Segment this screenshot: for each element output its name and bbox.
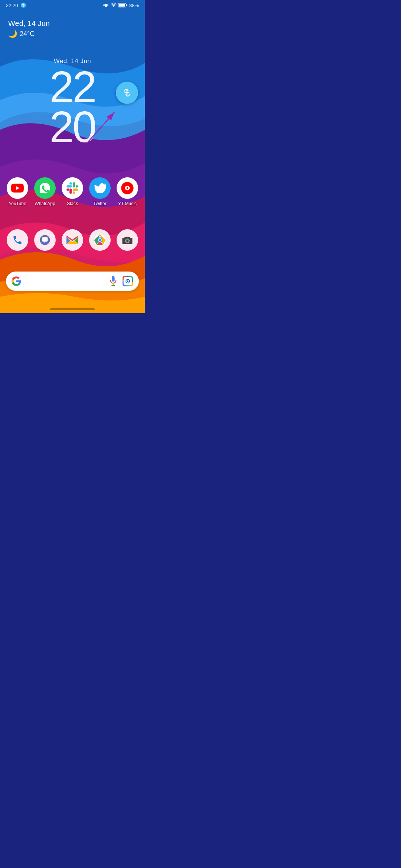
shazam-status-icon	[20, 2, 26, 8]
google-search-bar[interactable]	[6, 272, 139, 291]
wifi-icon	[111, 2, 117, 8]
battery-percent: 88%	[129, 3, 139, 8]
shazam-button[interactable]	[116, 82, 138, 104]
camera-logo	[122, 235, 133, 245]
chrome-icon-circle	[89, 229, 111, 251]
status-left: 22:20	[6, 2, 26, 8]
gmail-app[interactable]	[60, 229, 85, 251]
youtube-icon-circle	[7, 177, 28, 199]
gmail-logo	[66, 236, 78, 244]
svg-point-31	[127, 280, 128, 282]
chrome-app[interactable]	[87, 229, 113, 251]
messages-app[interactable]	[32, 229, 58, 251]
status-bar: 22:20 88%	[0, 0, 145, 10]
svg-rect-10	[126, 4, 127, 6]
ytmusic-logo	[120, 181, 134, 195]
vibrate-icon	[103, 2, 109, 8]
slack-app[interactable]: Slack	[60, 177, 85, 206]
phone-icon-circle	[7, 229, 28, 251]
svg-rect-11	[119, 4, 125, 7]
ytmusic-label: YT Music	[118, 201, 137, 206]
svg-rect-5	[107, 4, 107, 6]
app-row-2	[0, 229, 145, 251]
twitter-logo	[94, 183, 106, 193]
whatsapp-logo	[39, 182, 51, 194]
wallpaper	[0, 0, 145, 313]
phone-logo	[12, 235, 23, 245]
svg-point-17	[127, 187, 128, 189]
lens-icon	[123, 276, 133, 286]
slack-label: Slack	[67, 201, 78, 206]
whatsapp-icon-circle	[34, 177, 56, 199]
weather-icon: 🌙	[8, 29, 17, 38]
whatsapp-label: WhatsApp	[35, 201, 55, 206]
camera-icon-circle	[117, 229, 138, 251]
svg-rect-3	[105, 4, 107, 7]
time: 22:20	[6, 3, 18, 8]
slack-logo	[66, 182, 79, 194]
weather-row: 🌙 24°C	[8, 29, 50, 38]
battery-icon	[118, 3, 127, 8]
google-g-logo	[11, 276, 22, 286]
twitter-label: Twitter	[93, 201, 106, 206]
ytmusic-icon-circle	[117, 177, 138, 199]
home-indicator	[50, 308, 95, 310]
youtube-app[interactable]: YouTube	[5, 177, 30, 206]
mic-icon	[109, 276, 117, 286]
google-lens-button[interactable]	[122, 275, 134, 287]
ytmusic-app[interactable]: YT Music	[115, 177, 140, 206]
youtube-label: YouTube	[9, 201, 26, 206]
phone-app[interactable]	[5, 229, 30, 251]
slack-icon-circle	[62, 177, 83, 199]
youtube-logo	[11, 184, 24, 193]
svg-rect-26	[112, 276, 114, 282]
shazam-icon	[120, 86, 134, 99]
twitter-app[interactable]: Twitter	[87, 177, 113, 206]
svg-line-14	[87, 112, 114, 143]
status-right: 88%	[103, 2, 139, 8]
svg-rect-6	[103, 4, 104, 6]
widget-date: Wed, 14 Jun	[8, 19, 50, 28]
messages-logo	[39, 234, 50, 246]
twitter-icon-circle	[89, 177, 111, 199]
gmail-icon-circle	[62, 229, 83, 251]
svg-rect-4	[104, 4, 104, 6]
svg-rect-7	[108, 4, 108, 6]
voice-search-button[interactable]	[108, 276, 119, 287]
svg-point-23	[98, 239, 101, 241]
messages-icon-circle	[34, 229, 56, 251]
date-weather-widget: Wed, 14 Jun 🌙 24°C	[8, 19, 50, 38]
chrome-logo	[94, 234, 106, 246]
whatsapp-app[interactable]: WhatsApp	[32, 177, 58, 206]
temperature: 24°C	[20, 30, 35, 38]
camera-app[interactable]	[115, 229, 140, 251]
app-row-1: YouTube WhatsApp Slack	[0, 177, 145, 206]
shazam-arrow	[84, 106, 124, 147]
svg-point-8	[113, 6, 114, 7]
